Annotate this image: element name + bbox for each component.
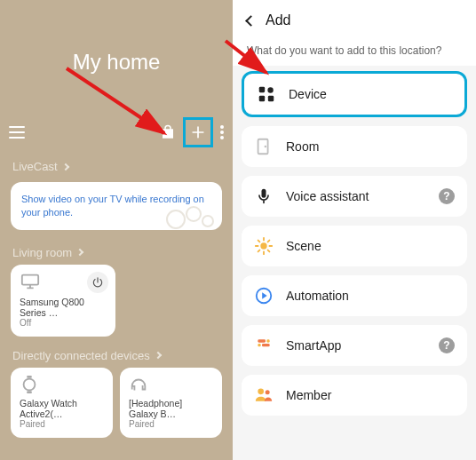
power-button[interactable] <box>87 272 108 293</box>
device-icon <box>257 84 276 104</box>
header: Add <box>233 0 476 34</box>
room-icon <box>254 137 274 156</box>
section-livingroom[interactable]: Living room <box>0 234 233 265</box>
svg-rect-28 <box>262 344 270 346</box>
device-card[interactable]: [Headphone] Galaxy B… Paired <box>120 368 222 438</box>
menu-icon[interactable] <box>9 126 25 139</box>
svg-line-21 <box>268 250 270 252</box>
svg-rect-8 <box>259 87 265 92</box>
svg-rect-26 <box>266 339 269 342</box>
svg-point-15 <box>260 242 266 249</box>
chevron-left-icon <box>245 15 257 27</box>
svg-point-2 <box>202 216 213 226</box>
headphone-icon <box>129 375 213 398</box>
section-direct[interactable]: Directly connected devices <box>0 337 233 368</box>
svg-rect-11 <box>268 96 274 101</box>
svg-point-30 <box>266 390 270 394</box>
add-option-scene[interactable]: Scene <box>242 226 467 266</box>
svg-rect-27 <box>258 344 260 346</box>
section-label: Living room <box>12 246 72 259</box>
svg-line-22 <box>258 250 260 252</box>
option-label: Member <box>286 388 331 402</box>
svg-point-29 <box>258 389 264 395</box>
add-option-voice[interactable]: Voice assistant ? <box>242 176 467 217</box>
svg-line-20 <box>258 241 260 242</box>
svg-rect-3 <box>22 274 38 284</box>
smartapp-icon <box>254 336 274 355</box>
svg-point-9 <box>267 87 273 92</box>
option-label: Automation <box>286 289 349 303</box>
device-status: Paired <box>129 419 213 429</box>
svg-point-0 <box>167 210 185 228</box>
help-icon[interactable]: ? <box>439 337 455 353</box>
bubble-decor-icon <box>165 200 218 230</box>
add-button[interactable] <box>187 122 209 143</box>
svg-point-1 <box>186 207 201 221</box>
svg-rect-6 <box>27 391 32 393</box>
add-button-highlight <box>183 117 213 147</box>
add-option-smartapp[interactable]: SmartApp ? <box>242 325 467 366</box>
option-label: Scene <box>286 239 321 253</box>
svg-point-4 <box>24 378 36 390</box>
option-label: Voice assistant <box>286 189 369 203</box>
help-icon[interactable]: ? <box>439 188 455 204</box>
chevron-right-icon <box>61 163 68 170</box>
device-status: Paired <box>20 419 104 429</box>
automation-icon <box>254 286 274 305</box>
section-label: Directly connected devices <box>12 349 150 362</box>
section-livecast[interactable]: LiveCast <box>0 147 233 178</box>
section-label: LiveCast <box>12 160 58 173</box>
add-option-member[interactable]: Member <box>242 375 467 416</box>
device-status: Off <box>20 318 107 328</box>
livecast-card[interactable]: Show video on your TV while recording on… <box>11 182 222 230</box>
device-card[interactable]: Samsung Q800 Series … Off <box>11 265 115 337</box>
svg-point-13 <box>265 146 266 147</box>
prompt-text: What do you want to add to this location… <box>233 34 476 66</box>
svg-rect-25 <box>258 339 266 342</box>
add-option-device[interactable]: Device <box>242 71 467 117</box>
svg-line-23 <box>268 241 270 242</box>
add-option-automation[interactable]: Automation <box>242 275 467 316</box>
home-pane: My home LiveCast Show video on your TV w… <box>0 0 233 460</box>
option-label: Room <box>286 139 319 154</box>
svg-rect-14 <box>262 189 266 198</box>
device-name: Galaxy Watch Active2(… <box>20 398 104 419</box>
device-name: [Headphone] Galaxy B… <box>129 398 213 419</box>
svg-rect-10 <box>259 96 265 101</box>
device-name: Samsung Q800 Series … <box>20 297 107 318</box>
back-button[interactable] <box>247 17 255 25</box>
overflow-icon[interactable] <box>220 125 224 139</box>
chevron-right-icon <box>76 249 83 256</box>
svg-rect-5 <box>27 376 32 378</box>
watch-icon <box>20 375 104 398</box>
tv-icon <box>20 272 41 291</box>
devices-icon[interactable] <box>160 123 176 141</box>
add-option-room[interactable]: Room <box>242 126 467 167</box>
scene-icon <box>254 236 274 256</box>
option-label: Device <box>289 87 327 101</box>
chevron-right-icon <box>154 352 161 359</box>
add-pane: Add What do you want to add to this loca… <box>233 0 476 460</box>
page-title: My home <box>0 50 233 75</box>
toolbar <box>0 117 233 147</box>
header-title: Add <box>266 12 290 28</box>
mic-icon <box>254 186 274 206</box>
add-options-list: Device Room Voice assistant ? <box>233 66 476 460</box>
member-icon <box>254 385 274 405</box>
device-card[interactable]: Galaxy Watch Active2(… Paired <box>11 368 113 438</box>
option-label: SmartApp <box>286 338 341 353</box>
